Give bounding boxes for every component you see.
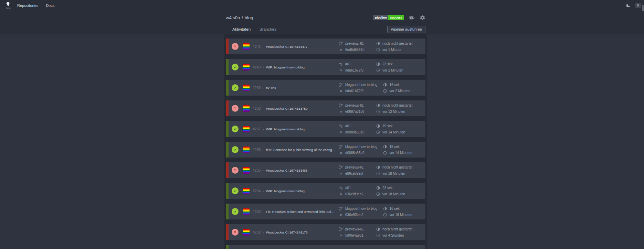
pipeline-row[interactable]: #240 - WIP: blogpost-how-to-blog #61 [226,59,425,75]
success-check-icon [233,209,237,214]
since-label: vor 4 Stunden [382,234,404,237]
ref-label: blogpost-how-to-blog [345,207,377,210]
build-separator: - [263,168,264,172]
pipeline-row[interactable]: #239 - fix: link blogpost-how-to-blog [226,80,425,96]
tab-aktivitaeten[interactable]: Aktivitäten [232,27,251,31]
repo-owner-link[interactable]: w4ts0n [226,15,240,20]
ref-label: #61 [345,186,351,190]
build-separator: - [263,127,264,131]
git-branch-icon [339,83,343,87]
since-line: vor 13 Minuten [376,109,412,114]
ref-label: blogpost-how-to-blog [345,83,377,87]
pipeline-status-badge[interactable]: pipeline success [373,15,404,20]
build-meta: blogpost-how-to-blog dda61b72f9 16 [339,83,425,93]
ref-line: #61 [339,124,370,128]
build-number: #239 [253,86,261,90]
repo-settings-gear-icon[interactable] [420,15,425,21]
ref-line: previews-61 [339,165,370,170]
git-commit-icon [339,151,343,155]
duration-line: 16 sek [383,83,410,87]
build-separator: - [263,230,264,234]
pride-flag-avatar [243,147,250,153]
commit-message: Woodpecker CI 1674163750 [266,107,339,110]
duration-line: 23 sek [376,186,405,190]
pipeline-row[interactable]: #235 - Woodpecker CI 1674163466 previews… [226,162,425,178]
commit-line: dda61b72f9 [339,68,370,73]
duration-line: noch nicht gestartet [376,103,412,108]
scrollbar-thumb[interactable] [642,5,644,11]
git-branch-icon [339,227,343,231]
woodpecker-logo[interactable]: next [3,2,13,9]
pipeline-status-icon [232,208,239,215]
commit-hash: 6ed5d5557d [345,48,365,52]
duration-line: 15 sek [383,144,412,149]
pipeline-row[interactable]: #236 - feat: Sentence for public viewing… [226,142,425,158]
build-separator: - [263,189,264,193]
pipeline-row[interactable]: #237 - WIP: blogpost-how-to-blog #61 [226,121,425,137]
navbar: next Repositories Docs 0 [0,0,644,11]
pipeline-row[interactable]: #232 - Woodpecker CI 1674149176 previews… [226,224,425,240]
git-commit-icon [339,89,343,93]
pipeline-row[interactable]: #241 - Woodpecker CI 1674164477 previews… [226,39,425,54]
pipeline-row[interactable]: #233 - Fix: Resolves broken and unwanted… [226,204,425,219]
duration-line: noch nicht gestartet [376,165,412,170]
pipeline-row[interactable]: #238 - Woodpecker CI 1674163750 previews… [226,100,425,116]
dark-mode-moon-icon[interactable] [626,3,631,8]
since-line: vor 2 Minuten [376,68,403,73]
duration-label: 15 sek [389,145,399,149]
badge-label: pipeline [373,15,388,20]
ref-label: previews-61 [345,42,364,45]
clock-icon [383,213,387,217]
build-number: #237 [253,127,261,131]
build-separator: - [263,209,264,214]
duration-line: 16 sek [383,206,412,211]
duration-label: noch nicht gestartet [382,165,412,169]
svg-text:6: 6 [411,17,412,19]
clock-icon [376,47,380,52]
pipeline-list: #241 - Woodpecker CI 1674164477 previews… [224,34,427,249]
nav-link-repositories[interactable]: Repositories [17,3,38,8]
duration-timelapse-icon [376,41,380,46]
duration-timelapse-icon [376,227,380,231]
duration-label: 16 sek [389,207,399,210]
pipeline-row[interactable] [226,245,425,249]
build-meta: previews-61 e0697a3106 noch nicht [339,103,425,114]
ref-line: previews-61 [339,103,370,108]
logo-version-label: next [6,7,10,9]
badge-cup-icon[interactable]: 6 [409,15,415,21]
since-line: vor 14 Minuten [383,151,412,155]
build-separator: - [263,86,264,90]
success-check-icon [233,189,237,193]
duration-timelapse-icon [376,124,380,128]
pride-flag-avatar [243,64,250,71]
since-line: vor 18 Minuten [383,213,412,217]
breadcrumb: w4ts0n / blog [226,15,253,20]
clock-icon [376,192,380,196]
pipeline-status-icon [232,105,239,112]
build-separator: - [263,148,264,152]
error-x-icon [233,230,237,234]
commit-line: 6ed5d5557d [339,47,370,52]
run-pipeline-button[interactable]: Pipeline ausführen [387,26,425,33]
since-label: vor 18 Minuten [382,192,405,196]
since-line: vor 18 Minuten [376,192,405,196]
build-number: #238 [253,106,261,110]
ref-label: blogpost-how-to-blog [345,145,377,149]
pending-pipelines-count-badge[interactable]: 0 [635,3,641,8]
commit-hash: dda61b72f9 [345,68,363,72]
commit-line: e86ce692df [339,171,370,176]
pipeline-row[interactable]: #234 - WIP: blogpost-how-to-blog #61 [226,183,425,199]
commit-message: Woodpecker CI 1674163466 [266,169,339,172]
build-number: #233 [253,209,261,214]
ref-label: #61 [345,124,351,128]
pipeline-status-icon [232,229,239,236]
nav-link-docs[interactable]: Docs [46,3,54,8]
success-check-icon [233,86,237,90]
since-label: vor 18 Minuten [382,172,405,175]
ref-label: #61 [345,62,351,66]
repo-name-link[interactable]: blog [245,15,253,20]
tab-branches[interactable]: Branches [260,27,276,31]
clock-icon [376,109,380,114]
build-number: #241 [253,44,261,48]
pride-flag-avatar [243,105,250,112]
